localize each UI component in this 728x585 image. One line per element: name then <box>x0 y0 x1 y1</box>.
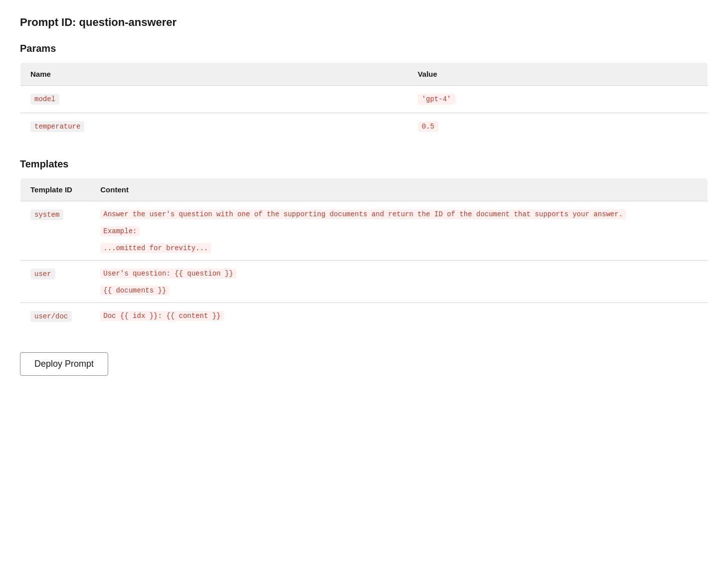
template-content-cell: Answer the user's question with one of t… <box>90 201 708 261</box>
params-table: Name Value model'gpt-4'temperature0.5 <box>20 62 708 141</box>
params-row: temperature0.5 <box>20 113 708 141</box>
template-id-cell: system <box>20 201 91 261</box>
template-row: user/docDoc {{ idx }}: {{ content }} <box>20 303 708 330</box>
page-title: Prompt ID: question-answerer <box>20 16 708 29</box>
param-name-badge: model <box>30 94 59 105</box>
template-content-text: ...omitted for brevity... <box>100 243 211 253</box>
param-value-cell: 0.5 <box>408 113 708 141</box>
templates-col-id: Template ID <box>20 178 91 201</box>
template-id-badge: system <box>30 209 63 220</box>
params-col-name: Name <box>20 63 408 86</box>
param-name-badge: temperature <box>30 121 84 132</box>
param-name-cell: model <box>20 86 408 113</box>
template-row: systemAnswer the user's question with on… <box>20 201 708 261</box>
param-value-badge: 'gpt-4' <box>418 94 455 105</box>
template-content-text: Answer the user's question with one of t… <box>100 209 626 219</box>
template-content-paragraph: User's question: {{ question }} <box>100 269 698 278</box>
params-section: Params Name Value model'gpt-4'temperatur… <box>20 43 708 141</box>
template-content-cell: Doc {{ idx }}: {{ content }} <box>90 303 708 330</box>
template-id-cell: user/doc <box>20 303 91 330</box>
template-row: userUser's question: {{ question }}{{ do… <box>20 261 708 303</box>
template-content-text: User's question: {{ question }} <box>100 269 236 279</box>
templates-col-content: Content <box>90 178 708 201</box>
deploy-prompt-button[interactable]: Deploy Prompt <box>20 352 108 376</box>
templates-section: Templates Template ID Content systemAnsw… <box>20 158 708 330</box>
templates-heading: Templates <box>20 158 708 170</box>
template-content-text: Example: <box>100 226 140 236</box>
template-id-cell: user <box>20 261 91 303</box>
template-content-paragraph: Doc {{ idx }}: {{ content }} <box>100 311 698 320</box>
template-content-text: {{ documents }} <box>100 286 169 295</box>
templates-table: Template ID Content systemAnswer the use… <box>20 178 708 330</box>
params-row: model'gpt-4' <box>20 86 708 113</box>
template-content-paragraph: Answer the user's question with one of t… <box>100 209 698 218</box>
template-content-cell: User's question: {{ question }}{{ docume… <box>90 261 708 303</box>
template-id-badge: user/doc <box>30 311 72 322</box>
template-content-paragraph: Example: <box>100 226 698 235</box>
param-value-cell: 'gpt-4' <box>408 86 708 113</box>
template-content-text: Doc {{ idx }}: {{ content }} <box>100 311 223 321</box>
params-heading: Params <box>20 43 708 54</box>
template-id-badge: user <box>30 269 55 280</box>
param-value-badge: 0.5 <box>418 121 438 132</box>
param-name-cell: temperature <box>20 113 408 141</box>
template-content-paragraph: {{ documents }} <box>100 286 698 294</box>
template-content-paragraph: ...omitted for brevity... <box>100 243 698 252</box>
params-col-value: Value <box>408 63 708 86</box>
